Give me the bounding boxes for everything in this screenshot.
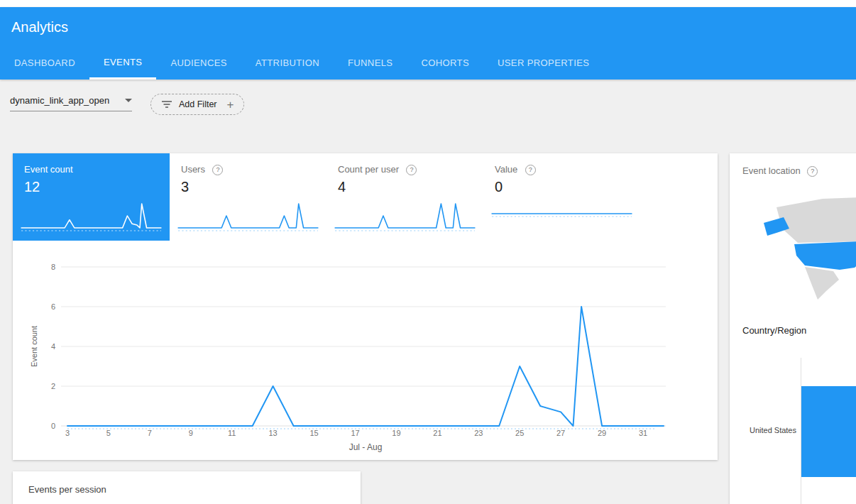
tab-attribution[interactable]: ATTRIBUTION [241,47,334,80]
svg-text:4: 4 [51,342,55,351]
metric-tile-event-count[interactable]: Event count 12 [13,153,170,241]
svg-text:6: 6 [51,302,55,311]
help-icon[interactable]: ? [525,165,536,175]
svg-text:15: 15 [309,429,318,437]
map-region-mexico [805,267,839,300]
event-count-line-chart: 0246835791113151719212325272931Jul - Aug [13,246,718,459]
event-selector[interactable]: dynamic_link_app_open [10,95,132,111]
united-states-bar[interactable] [801,386,856,477]
add-filter-label: Add Filter [179,99,217,109]
plus-icon: + [227,99,234,111]
metric-tile-value[interactable]: Value ? 0 [483,153,640,241]
app-title: Analytics [0,7,856,35]
tab-dashboard[interactable]: DASHBOARD [0,47,89,80]
event-location-card: Event location ? Country/Region United S… [730,153,856,504]
svg-text:25: 25 [515,429,524,437]
event-selector-value: dynamic_link_app_open [10,95,109,106]
metric-value: 3 [181,179,315,195]
north-america-map [755,186,856,321]
top-strip [0,0,856,7]
map-region-united-states[interactable] [794,241,856,270]
bar-row-label: United States [735,426,796,434]
card-title: Event location [742,165,801,176]
svg-text:31: 31 [639,429,647,437]
metric-tiles: Event count 12 Users ? 3 Count per user … [13,153,718,241]
help-icon[interactable]: ? [807,166,818,177]
add-filter-button[interactable]: Add Filter + [150,94,244,115]
svg-text:17: 17 [351,429,359,437]
map-region-canada [777,196,856,243]
tab-bar: DASHBOARD EVENTS AUDIENCES ATTRIBUTION F… [0,47,603,80]
card-title: Events per session [13,471,361,495]
svg-text:21: 21 [433,429,441,437]
svg-text:29: 29 [598,429,606,437]
chevron-down-icon [125,99,132,102]
metric-tile-count-per-user[interactable]: Count per user ? 4 [327,153,483,241]
dimension-label: Country/Region [742,325,806,336]
metric-label: Event count [24,164,73,175]
svg-text:27: 27 [556,429,565,437]
svg-text:5: 5 [106,429,111,437]
card-title-row: Event location ? [730,153,856,177]
svg-text:2: 2 [51,382,55,390]
help-icon[interactable]: ? [212,165,223,175]
metric-value: 4 [338,179,472,195]
help-icon[interactable]: ? [406,165,417,175]
metric-label: Users [181,164,205,175]
metric-value: 12 [24,179,158,195]
app-header: Analytics DASHBOARD EVENTS AUDIENCES ATT… [0,7,856,80]
svg-text:13: 13 [268,429,277,437]
tab-funnels[interactable]: FUNNELS [334,47,407,80]
metric-value: 0 [495,179,629,195]
svg-text:8: 8 [51,263,55,271]
metric-tile-users[interactable]: Users ? 3 [170,153,327,241]
metric-label: Count per user [338,164,399,175]
events-overview-card: Event count 12 Users ? 3 Count per user … [13,153,718,460]
tab-cohorts[interactable]: COHORTS [407,47,483,80]
sparkline-value [490,198,633,235]
sparkline-count-per-user [334,198,476,235]
tab-audiences[interactable]: AUDIENCES [156,47,241,80]
svg-text:Jul - Aug: Jul - Aug [349,442,383,452]
metric-label: Value [495,164,517,175]
svg-text:9: 9 [189,429,193,437]
svg-text:19: 19 [392,429,400,437]
svg-text:0: 0 [51,422,55,430]
svg-text:7: 7 [148,429,152,437]
events-per-session-card: Events per session [13,471,361,504]
tab-events[interactable]: EVENTS [89,47,156,80]
sparkline-event-count [20,198,163,235]
svg-text:3: 3 [65,429,70,437]
filter-icon [161,99,172,109]
tab-user-properties[interactable]: USER PROPERTIES [483,47,603,80]
svg-text:11: 11 [228,429,236,437]
svg-text:23: 23 [474,429,483,437]
sparkline-users [177,198,319,235]
